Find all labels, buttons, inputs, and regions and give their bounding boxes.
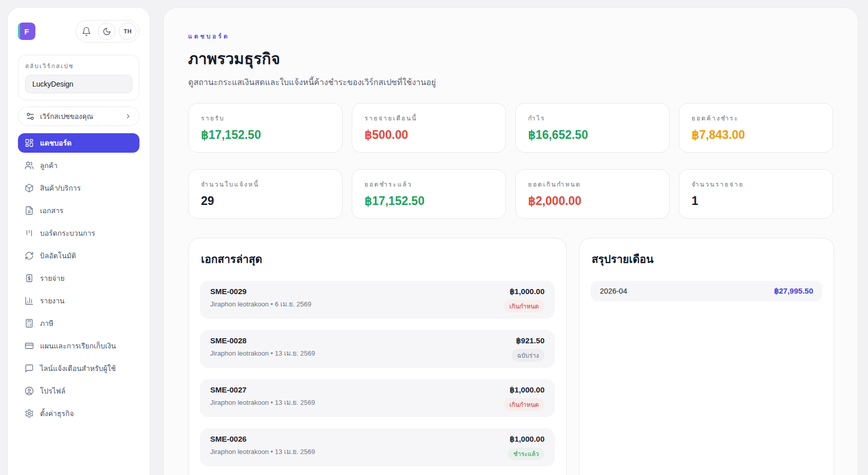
workspace-select[interactable]: LuckyDesign: [25, 75, 132, 93]
sidebar-item-label: เอกสาร: [40, 205, 64, 216]
refresh-icon: [25, 251, 34, 260]
gear-icon: [25, 409, 34, 418]
monthly-summary-panel: สรุปรายเดือน 2026-04 ฿27,995.50: [579, 238, 834, 475]
sidebar-item-label: แผนและการเรียกเก็บเงิน: [40, 340, 116, 352]
stat-card: รายจ่ายเดือนนี้ ฿500.00: [352, 103, 506, 153]
month-row: 2026-04 ฿27,995.50: [591, 281, 822, 301]
stat-card: จำนวนรายจ่าย 1: [679, 169, 833, 219]
sidebar-item-users[interactable]: ลูกค้า: [18, 156, 139, 175]
sidebar-item-kanban[interactable]: บอร์ดกระบวนการ: [18, 223, 139, 243]
app-logo: F: [18, 23, 35, 40]
sidebar-item-file[interactable]: เอกสาร: [18, 201, 139, 220]
sidebar-item-label: รายจ่าย: [40, 273, 65, 284]
recent-documents-title: เอกสารล่าสุด: [200, 251, 555, 267]
sidebar-item-dashboard[interactable]: แดชบอร์ด: [18, 133, 139, 153]
sidebar-item-credit-card[interactable]: แผนและการเรียกเก็บเงิน: [18, 336, 139, 356]
document-list: SME-0029 Jiraphon leotrakoon • 6 เม.ย. 2…: [200, 281, 555, 475]
user-circle-icon: [25, 386, 34, 396]
workspace-switcher-label: สลับเวิร์กสเปซ: [25, 61, 132, 71]
sidebar-item-label: ภาษี: [40, 318, 53, 329]
document-amount: ฿1,000.00: [504, 385, 544, 395]
app-root: { "sidebar": { "logo_letter": "F", "lang…: [0, 0, 868, 475]
sidebar-item-package[interactable]: สินค้า/บริการ: [18, 178, 139, 198]
message-icon: [25, 364, 34, 373]
package-icon: [25, 183, 34, 193]
document-row[interactable]: SME-0026 Jiraphon leotrakoon • 13 เม.ย. …: [200, 428, 555, 466]
stat-value: ฿500.00: [365, 128, 493, 142]
document-row[interactable]: SME-0029 Jiraphon leotrakoon • 6 เม.ย. 2…: [200, 281, 555, 319]
stat-value: ฿17,152.50: [365, 194, 493, 208]
stat-label: ยอดชำระแล้ว: [365, 179, 493, 189]
your-workspaces-button[interactable]: เวิร์กสเปซของคุณ: [18, 107, 139, 126]
stat-card: กำไร ฿16,652.50: [515, 103, 670, 153]
document-amount: ฿1,000.00: [508, 435, 544, 444]
stat-value: 29: [201, 194, 330, 208]
stat-label: รายจ่ายเดือนนี้: [365, 113, 493, 123]
sidebar-item-user-circle[interactable]: โปรไฟล์: [18, 381, 139, 401]
stat-label: รายรับ: [201, 113, 330, 123]
sidebar-item-label: สินค้า/บริการ: [40, 182, 81, 194]
document-number: SME-0027: [210, 385, 315, 394]
sidebar-item-label: บิลอัตโนมัติ: [40, 250, 76, 261]
sidebar-item-message[interactable]: ไลน์แจ้งเตือนสำหรับผู้ใช้: [18, 359, 139, 378]
sidebar-header: F TH: [18, 20, 139, 43]
monthly-summary-title: สรุปรายเดือน: [591, 251, 822, 267]
sidebar-item-label: ไลน์แจ้งเตือนสำหรับผู้ใช้: [40, 363, 116, 374]
stat-card: รายรับ ฿17,152.50: [188, 103, 342, 153]
dark-mode-toggle[interactable]: [98, 23, 115, 40]
stat-card: จำนวนใบแจ้งหนี้ 29: [188, 169, 342, 219]
sidebar-item-chart[interactable]: รายงาน: [18, 291, 139, 311]
stat-value: ฿16,652.50: [528, 128, 657, 142]
moon-icon: [103, 27, 111, 36]
document-number: SME-0028: [210, 336, 315, 345]
sidebar-item-receipt[interactable]: รายจ่าย: [18, 269, 139, 288]
stat-card: ยอดค้างชำระ ฿7,843.00: [679, 103, 833, 153]
main-panel: แดชบอร์ด ภาพรวมธุรกิจ ดูสถานะกระแสเงินสด…: [163, 7, 858, 475]
bell-icon: [82, 27, 91, 36]
recent-documents-panel: เอกสารล่าสุด SME-0029 Jiraphon leotrakoo…: [188, 238, 567, 475]
app-logo-letter: F: [24, 27, 29, 36]
document-number: SME-0029: [210, 287, 311, 296]
document-row[interactable]: SME-0027 Jiraphon leotrakoon • 13 เม.ย. …: [200, 379, 555, 417]
notifications-button[interactable]: [78, 27, 94, 36]
sidebar-item-label: รายงาน: [40, 295, 65, 306]
sidebar-item-label: บอร์ดกระบวนการ: [40, 228, 95, 239]
dashboard-icon: [25, 138, 34, 148]
document-amount: ฿921.50: [512, 336, 544, 345]
stat-card: ยอดชำระแล้ว ฿17,152.50: [352, 169, 506, 219]
chevron-right-icon: [125, 113, 132, 120]
top-controls: TH: [75, 20, 139, 43]
sidebar-item-label: ลูกค้า: [40, 160, 57, 171]
document-meta: Jiraphon leotrakoon • 13 เม.ย. 2569: [210, 446, 315, 457]
stat-value: 1: [692, 194, 820, 208]
document-number: SME-0026: [210, 435, 315, 443]
page-subtitle: ดูสถานะกระแสเงินสดและใบแจ้งหนี้ค้างชำระข…: [188, 76, 833, 89]
sidebar-item-gear[interactable]: ตั้งค่าธุรกิจ: [18, 404, 139, 423]
your-workspaces-label: เวิร์กสเปซของคุณ: [40, 111, 93, 122]
sidebar-item-label: ตั้งค่าธุรกิจ: [40, 408, 74, 419]
document-amount: ฿1,000.00: [504, 287, 544, 296]
language-toggle[interactable]: TH: [119, 23, 136, 40]
workspace-switcher-card: สลับเวิร์กสเปซ LuckyDesign: [18, 55, 139, 100]
status-badge: ฉบับร่าง: [512, 349, 544, 362]
status-badge: เกินกำหนด: [504, 398, 544, 411]
sidebar-item-calculator[interactable]: ภาษี: [18, 314, 139, 333]
stat-label: จำนวนรายจ่าย: [692, 179, 820, 189]
stat-value: ฿17,152.50: [201, 128, 330, 142]
users-icon: [25, 161, 34, 170]
kanban-icon: [25, 229, 34, 238]
document-meta: Jiraphon leotrakoon • 13 เม.ย. 2569: [210, 348, 315, 359]
monthly-list: 2026-04 ฿27,995.50: [591, 281, 822, 301]
document-meta: Jiraphon leotrakoon • 13 เม.ย. 2569: [210, 397, 315, 408]
page-eyebrow: แดชบอร์ด: [188, 31, 833, 41]
stat-label: กำไร: [528, 113, 657, 123]
sidebar-item-label: โปรไฟล์: [40, 385, 65, 397]
sidebar-item-label: แดชบอร์ด: [40, 137, 72, 149]
month-amount: ฿27,995.50: [774, 286, 813, 296]
sidebar-nav: แดชบอร์ด ลูกค้า สินค้า/บริการ เอกสาร บอร…: [18, 133, 139, 423]
stat-value: ฿7,843.00: [692, 128, 820, 142]
sidebar-item-refresh[interactable]: บิลอัตโนมัติ: [18, 246, 139, 265]
stat-value: ฿2,000.00: [528, 194, 657, 208]
document-row[interactable]: SME-0028 Jiraphon leotrakoon • 13 เม.ย. …: [200, 330, 555, 368]
stat-card: ยอดเกินกำหนด ฿2,000.00: [515, 169, 670, 219]
